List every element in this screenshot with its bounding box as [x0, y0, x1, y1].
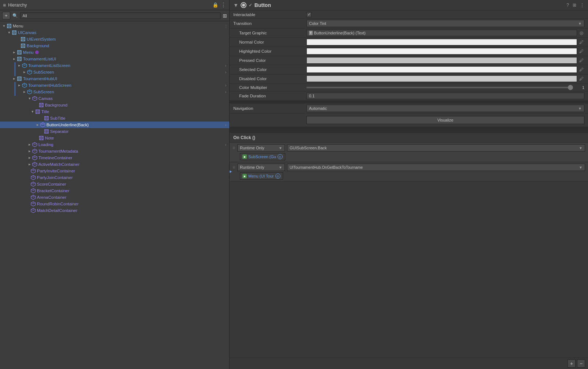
- disabled-color-value: 🖊: [306, 75, 584, 82]
- svg-line-60: [35, 97, 37, 98]
- onclick-row-2-top: ≡ Runtime Only ▼ UITournamentHub.OnGetBa…: [233, 164, 585, 171]
- tree-label: Background: [27, 44, 49, 48]
- svg-line-123: [31, 183, 33, 184]
- tree-item-uicanvas[interactable]: ▼ UICanvas: [0, 29, 229, 36]
- tree-label: TournamentListScreen: [28, 63, 70, 68]
- remove-onclick-button[interactable]: −: [577, 359, 585, 368]
- svg-rect-73: [37, 111, 38, 112]
- onclick-mode-dropdown-2[interactable]: Runtime Only ▼: [237, 164, 285, 171]
- onclick-func-dropdown-1[interactable]: GUISubScreen.Back ▼: [287, 144, 585, 152]
- normal-color-field[interactable]: [306, 39, 577, 45]
- tree-item-canvas[interactable]: ▼ Canvas: [0, 95, 229, 102]
- selected-color-picker-icon[interactable]: 🖊: [578, 67, 584, 72]
- disabled-color-field[interactable]: [306, 75, 577, 82]
- tree-item-matchdetailcontainer[interactable]: MatchDetailContainer: [0, 207, 229, 214]
- tree-item-tournamentmetadata[interactable]: ► TournamentMetadata: [0, 148, 229, 154]
- cube-icon: [44, 116, 49, 121]
- visualize-button[interactable]: Visualize: [306, 116, 584, 124]
- onclick-obj-text-2: Menu (UI Tour: [248, 174, 274, 178]
- active-indicator: [35, 51, 39, 54]
- color-multiplier-label: Color Multiplier: [233, 85, 306, 90]
- svg-line-82: [43, 124, 45, 125]
- tree-item-bracketcontainer[interactable]: BracketContainer: [0, 187, 229, 194]
- tree-item-menu-root[interactable]: ▼ Menu ⋮: [0, 23, 229, 29]
- tree-item-arenacontainer[interactable]: ArenaContainer: [0, 194, 229, 201]
- play-arrow-container: [230, 169, 232, 175]
- interactable-row: Interactable ✓: [230, 11, 588, 19]
- tree-item-loading[interactable]: ► Loading ›: [0, 141, 229, 148]
- svg-rect-89: [46, 131, 47, 132]
- tree-item-tournamentlistscreen[interactable]: ► TournamentListScreen ›: [0, 62, 229, 69]
- svg-line-39: [22, 64, 24, 66]
- tree-item-subtitle[interactable]: SubTitle: [0, 115, 229, 122]
- highlighted-color-field[interactable]: [306, 48, 577, 55]
- tree-item-tournamentlistui[interactable]: ► TournamentListUI: [0, 56, 229, 62]
- drag-handle-icon-2[interactable]: ≡: [233, 165, 235, 170]
- tree-item-note[interactable]: Note: [0, 135, 229, 141]
- onclick-func-arrow-icon-2: ▼: [579, 165, 583, 169]
- pressed-color-picker-icon[interactable]: 🖊: [578, 57, 584, 63]
- tree-item-timelinecontainer[interactable]: ► TimelineContainer: [0, 154, 229, 161]
- tree-item-background1[interactable]: Background: [0, 42, 229, 49]
- fade-duration-field[interactable]: 0.1: [306, 93, 584, 99]
- obj-target-icon-1[interactable]: ◎: [278, 154, 283, 159]
- onclick-mode-arrow-icon-2: ▼: [279, 165, 282, 169]
- onclick-mode-dropdown-1[interactable]: Runtime Only ▼: [237, 144, 285, 152]
- connector-line: [15, 89, 15, 96]
- lock-icon[interactable]: 🔒: [212, 2, 218, 8]
- tree-item-separator[interactable]: Separator: [0, 128, 229, 135]
- onclick-obj-field-2[interactable]: ■ Menu (UI Tour ◎: [240, 172, 283, 180]
- hierarchy-toolbar: + 🔍 ⊞: [0, 10, 229, 21]
- tree-item-subscreen1[interactable]: ► SubScreen ›: [0, 69, 229, 75]
- onclick-obj-field-1[interactable]: ■ SubScreen (Gu ◎: [240, 153, 285, 160]
- hierarchy-menu-icon[interactable]: ⋮: [220, 1, 226, 8]
- add-onclick-button[interactable]: +: [568, 359, 576, 368]
- help-icon[interactable]: ?: [566, 3, 569, 8]
- tree-item-scorecontainer[interactable]: ScoreContainer: [0, 181, 229, 187]
- tree-item-subscreen2[interactable]: ► SubScreen ›: [0, 89, 229, 95]
- pressed-color-field[interactable]: [306, 57, 577, 64]
- tree-item-partyinvitecontainer[interactable]: PartyInviteContainer: [0, 168, 229, 174]
- obj-target-icon-2[interactable]: ◎: [275, 174, 280, 179]
- target-picker-icon[interactable]: ◎: [578, 30, 584, 36]
- screenshot-icon[interactable]: ⊞: [223, 13, 227, 19]
- hamburger-icon[interactable]: ≡: [3, 2, 6, 8]
- tree-item-tournamenthubscreen[interactable]: ► TournamentHubScreen ›: [0, 82, 229, 89]
- tree-item-partyjoincontainer[interactable]: PartyJoinContainer: [0, 174, 229, 181]
- tree-label: TournamentHubScreen: [28, 83, 71, 87]
- cube-icon: [39, 102, 44, 108]
- tree-item-background2[interactable]: Background: [0, 102, 229, 108]
- transition-dropdown[interactable]: Color Tint ▼: [306, 20, 584, 27]
- selected-color-field[interactable]: [306, 66, 577, 73]
- interactable-checkbox[interactable]: ✓: [306, 12, 312, 17]
- cube-icon: [17, 56, 22, 61]
- more-icon[interactable]: ⋮: [580, 3, 584, 8]
- onclick-func-dropdown-2[interactable]: UITournamentHub.OnGetBackToTourname ▼: [287, 164, 585, 171]
- highlighted-color-picker-icon[interactable]: 🖊: [578, 48, 584, 54]
- tree-item-title[interactable]: ▼ Title: [0, 108, 229, 115]
- settings-icon[interactable]: ⊞: [573, 3, 576, 8]
- tree-options-icon[interactable]: ⋮: [224, 24, 228, 28]
- search-input[interactable]: [20, 12, 220, 19]
- collapse-arrow-icon[interactable]: ▼: [233, 2, 238, 8]
- enabled-checkbox-icon[interactable]: ✓: [249, 3, 252, 8]
- tree-item-uieventsystem[interactable]: UIEventSystem: [0, 36, 229, 42]
- color-multiplier-slider[interactable]: [306, 87, 570, 88]
- slider-thumb[interactable]: [568, 85, 573, 90]
- tree-item-menu-child[interactable]: ► Menu: [0, 49, 229, 56]
- drag-handle-icon-1[interactable]: ≡: [233, 145, 235, 150]
- normal-color-picker-icon[interactable]: 🖊: [578, 39, 584, 45]
- svg-line-52: [24, 84, 27, 85]
- add-button[interactable]: +: [2, 12, 10, 19]
- svg-line-139: [31, 209, 33, 210]
- onclick-title: On Click (): [233, 135, 255, 140]
- target-graphic-field[interactable]: T ButtonUnderline(Back) (Text): [306, 30, 577, 36]
- navigation-dropdown[interactable]: Automatic ▼: [306, 105, 584, 112]
- cube3d-icon: [32, 142, 37, 147]
- navigation-label: Navigation: [233, 106, 306, 111]
- tree-item-activematchcontainer[interactable]: ► ActiveMatchContainer: [0, 161, 229, 168]
- tree-item-tournamenthubui[interactable]: ► TournamentHubUI: [0, 75, 229, 82]
- tree-item-buttonunderline[interactable]: ► ButtonUnderline(Back) ›: [0, 122, 229, 128]
- tree-item-roundrobincontainer[interactable]: RoundRobinContainer: [0, 201, 229, 207]
- disabled-color-picker-icon[interactable]: 🖊: [578, 76, 584, 82]
